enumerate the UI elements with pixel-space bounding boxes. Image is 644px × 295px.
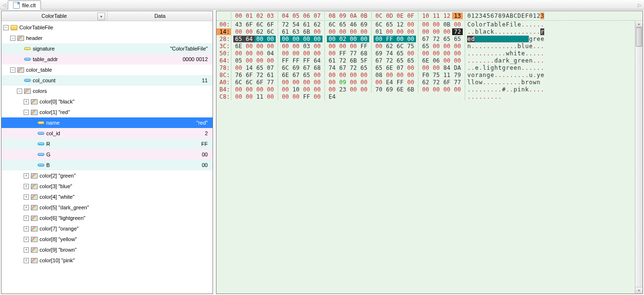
tree-row[interactable]: G00	[1, 149, 213, 160]
hex-byte[interactable]: 00	[265, 36, 276, 42]
hex-byte[interactable]: 69	[374, 50, 384, 57]
hex-byte[interactable]: 00	[395, 36, 405, 42]
hex-byte[interactable]: 65	[337, 21, 348, 28]
hex-byte[interactable]: 77	[348, 50, 359, 57]
hex-byte[interactable]: 00	[312, 50, 322, 57]
hex-byte[interactable]: FF	[384, 36, 395, 42]
tree-row[interactable]: name"red"	[1, 117, 213, 128]
hex-byte[interactable]: FF	[337, 50, 348, 57]
hex-body[interactable]: 00:436F6C6F725461626C6546696C65120000000…	[216, 21, 643, 294]
expand-toggle[interactable]: +	[24, 194, 29, 200]
hex-byte[interactable]: 74	[327, 64, 337, 71]
hex-byte[interactable]: 00	[255, 43, 265, 50]
hex-byte[interactable]: 00	[312, 72, 322, 78]
hex-byte[interactable]: 6F	[442, 79, 452, 86]
expand-toggle[interactable]: +	[24, 258, 29, 263]
hex-byte[interactable]: 00	[244, 43, 255, 50]
hex-byte[interactable]: FF	[301, 57, 312, 64]
hex-byte[interactable]: 84	[442, 64, 452, 71]
expand-toggle[interactable]: +	[24, 216, 29, 221]
hex-byte[interactable]: 6F	[244, 21, 255, 28]
hex-byte[interactable]: FF	[280, 57, 291, 64]
hex-byte[interactable]: 76	[233, 72, 244, 78]
hex-byte[interactable]: 69	[359, 21, 369, 28]
hex-byte[interactable]: 6C	[244, 79, 255, 86]
hex-row[interactable]: 14:0000626C61636B00000000000100000000000…	[216, 28, 643, 35]
hex-byte[interactable]: 75	[431, 72, 442, 78]
hex-byte[interactable]: 00	[442, 50, 452, 57]
expand-toggle[interactable]: +	[24, 226, 29, 231]
hex-byte[interactable]: 00	[291, 36, 301, 42]
hex-byte[interactable]: 00	[420, 86, 431, 93]
tree-row[interactable]: +color[2] "green"	[1, 170, 213, 181]
hex-byte[interactable]: 00	[244, 57, 255, 64]
hex-byte[interactable]: 68	[312, 64, 322, 71]
hex-byte[interactable]: 00	[452, 43, 463, 50]
hex-byte[interactable]: 00	[244, 50, 255, 57]
tree-row[interactable]: RFF	[1, 139, 213, 149]
hex-row[interactable]: 78:001465076C69676874677265656E070000008…	[216, 64, 643, 71]
hex-row[interactable]: 3C:6E00000000000300000000FF00626C7565000…	[216, 42, 643, 50]
hex-byte[interactable]: 00	[312, 86, 322, 93]
hex-byte[interactable]: 00	[431, 21, 442, 28]
hex-byte[interactable]: FF	[395, 79, 405, 86]
expand-toggle[interactable]: +	[24, 237, 29, 242]
tree-row[interactable]: B00	[1, 160, 213, 170]
hex-byte[interactable]: 72	[452, 28, 463, 35]
hex-byte[interactable]: 61	[265, 72, 276, 78]
hex-byte[interactable]: 65	[384, 21, 395, 28]
hex-byte[interactable]: 65	[442, 36, 452, 42]
expand-toggle[interactable]: −	[10, 36, 15, 41]
hex-byte[interactable]: 00	[359, 79, 369, 86]
hex-byte[interactable]	[337, 93, 348, 100]
hex-byte[interactable]: 00	[312, 93, 322, 100]
hex-byte[interactable]: 00	[327, 28, 337, 35]
tree-row[interactable]: +color[10] "pink"	[1, 255, 213, 266]
hex-byte[interactable]: 00	[452, 86, 463, 93]
hex-byte[interactable]: 6B	[348, 57, 359, 64]
hex-byte[interactable]: 00	[291, 93, 301, 100]
tree-row[interactable]: +color[8] "yellow"	[1, 234, 213, 244]
hex-row[interactable]: 28:65640000000000000002000000FF000067726…	[216, 35, 643, 42]
hex-byte[interactable]: 62	[255, 28, 265, 35]
hex-byte[interactable]: 00	[442, 86, 452, 93]
hex-row[interactable]: C8:000011000000FF00E4.........	[216, 93, 643, 100]
hex-byte[interactable]: 00	[327, 36, 337, 42]
hex-byte[interactable]: 67	[301, 64, 312, 71]
tree-row[interactable]: −color_table	[1, 64, 213, 75]
hex-byte[interactable]: 00	[291, 79, 301, 86]
hex-byte[interactable]: 00	[327, 79, 337, 86]
hex-byte[interactable]: 62	[384, 43, 395, 50]
expand-toggle[interactable]: +	[24, 247, 29, 253]
hex-byte[interactable]: 62	[420, 79, 431, 86]
hex-byte[interactable]: 00	[327, 72, 337, 78]
hex-byte[interactable]: 6E	[395, 86, 405, 93]
hex-byte[interactable]: 6E	[280, 72, 291, 78]
expand-toggle[interactable]: +	[24, 184, 29, 189]
hex-byte[interactable]: 00	[420, 28, 431, 35]
hex-byte[interactable]: 00	[452, 57, 463, 64]
hex-byte[interactable]: 0B	[442, 21, 452, 28]
scrollbar[interactable]: ▴ ▾	[635, 21, 643, 294]
hex-byte[interactable]: 00	[280, 79, 291, 86]
hex-byte[interactable]: 61	[280, 28, 291, 35]
hex-byte[interactable]: 00	[301, 50, 312, 57]
hex-byte[interactable]: 00	[405, 21, 416, 28]
hex-byte[interactable]: 00	[233, 50, 244, 57]
hex-byte[interactable]: DA	[452, 64, 463, 71]
hex-byte[interactable]: 00	[431, 43, 442, 50]
hex-byte[interactable]: 07	[265, 64, 276, 71]
hex-byte[interactable]: 61	[301, 21, 312, 28]
hex-byte[interactable]: 72	[255, 72, 265, 78]
hex-byte[interactable]: 00	[327, 50, 337, 57]
hex-byte[interactable]: 72	[384, 57, 395, 64]
hex-byte[interactable]: 69	[291, 64, 301, 71]
hex-byte[interactable]: 00	[280, 43, 291, 50]
hex-byte[interactable]: 03	[301, 43, 312, 50]
hex-byte[interactable]: 00	[312, 43, 322, 50]
hex-byte[interactable]: 00	[265, 43, 276, 50]
hex-byte[interactable]: 00	[280, 86, 291, 93]
expand-toggle[interactable]: +	[24, 99, 29, 104]
hex-byte[interactable]: 00	[255, 86, 265, 93]
hex-byte[interactable]: 00	[405, 36, 416, 42]
